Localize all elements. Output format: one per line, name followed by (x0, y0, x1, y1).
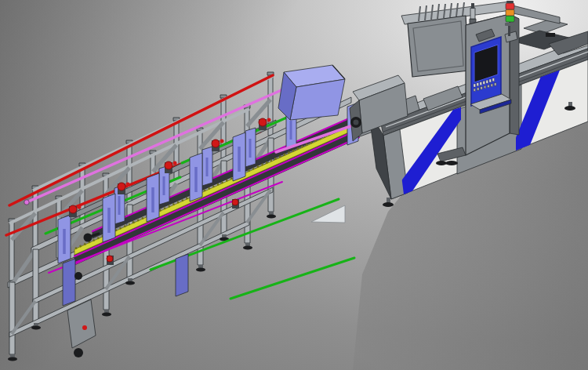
cad-render-stage (0, 0, 588, 370)
left-roller (74, 348, 83, 357)
adjust-knob-2 (74, 272, 82, 280)
support-plate-low-2 (176, 254, 188, 296)
sprocket-unit (107, 256, 114, 265)
support-plate-low-1 (63, 259, 75, 306)
signal-light-amber (506, 9, 514, 16)
sprocket-unit (232, 199, 239, 209)
adjust-knob-1 (84, 234, 93, 242)
left-gear-dot (82, 325, 87, 330)
signal-light-red (506, 3, 514, 9)
cad-render (0, 0, 588, 370)
pink-tube-end (24, 200, 29, 205)
signal-light-green (506, 16, 514, 22)
